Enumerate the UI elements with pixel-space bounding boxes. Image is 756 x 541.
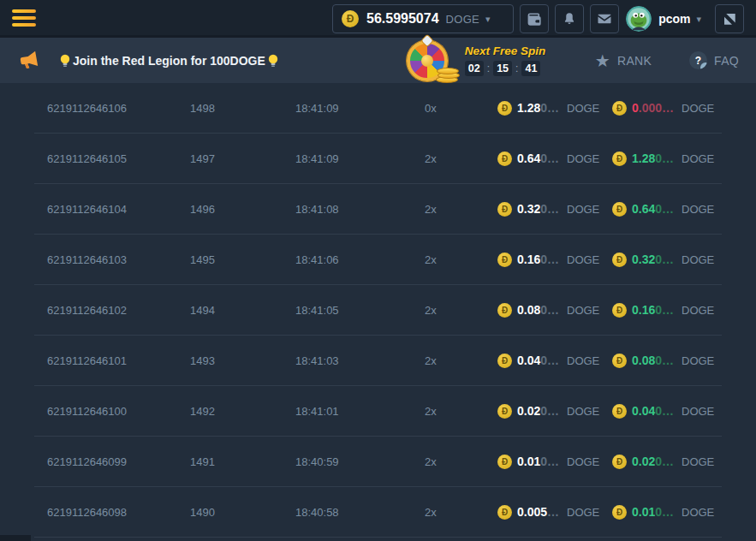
bet-number: 1497 [190,152,295,165]
bulb-icon [268,54,278,68]
chevron-down-icon[interactable]: ▾ [696,14,701,25]
profit-cell: Đ 0.640… DOGE [612,202,722,217]
bet-multiplier: 2x [425,253,497,266]
bet-id: 6219112646100 [47,405,190,418]
currency-label: DOGE [567,102,599,115]
star-icon: ★ [595,51,610,71]
wallet-button[interactable] [520,4,549,33]
profit-amount: 0.640… [632,202,678,216]
next-free-spin[interactable]: Next Free Spin 02 : 15 : 41 [465,45,557,76]
doge-coin-icon: Đ [497,101,512,116]
doge-coin-icon: Đ [497,152,512,166]
profit-amount: 0.160… [632,303,678,317]
spin-title: Next Free Spin [465,45,557,57]
currency-label: DOGE [567,253,599,266]
question-icon: ? [689,51,707,69]
faq-label: FAQ [714,54,739,68]
bet-row[interactable]: 6219112646101 1493 18:41:03 2x Đ 0.040… … [34,336,722,386]
bet-row[interactable]: 6219112646106 1498 18:41:09 0x Đ 1.280… … [34,83,722,134]
chat-panel-button[interactable] [715,4,744,33]
currency-label: DOGE [682,102,714,115]
countdown-separator: : [515,62,518,74]
bet-row[interactable]: 6219112646102 1494 18:41:05 2x Đ 0.080… … [34,285,722,336]
bet-id: 6219112646098 [47,506,190,519]
currency-label: DOGE [567,405,599,418]
bet-number: 1490 [190,506,295,519]
bet-amount: 0.005… [517,505,563,519]
bet-amount-cell: Đ 0.320… DOGE [497,202,612,217]
bet-row[interactable]: 6219112646104 1496 18:41:08 2x Đ 0.320… … [34,184,722,235]
currency-label: DOGE [567,304,599,317]
bet-row[interactable]: 6219112646105 1497 18:41:09 2x Đ 0.640… … [34,134,722,184]
announcement-text: Join the Red Legion for 100DOGE [73,54,265,68]
currency-label: DOGE [567,203,599,216]
bet-time: 18:41:03 [295,354,425,367]
topbar: Đ 56.5995074 DOGE ▾ pcom [0,0,756,38]
notifications-button[interactable] [555,4,584,33]
doge-coin-icon: Đ [497,202,512,217]
bulb-icon [60,54,70,68]
bet-amount: 1.280… [517,101,563,115]
bet-row[interactable]: 6219112646100 1492 18:41:01 2x Đ 0.020… … [34,386,722,437]
profit-cell: Đ 0.000… DOGE [612,101,722,116]
bet-number: 1493 [190,354,295,367]
bet-amount: 0.080… [517,303,563,317]
profit-amount: 0.320… [632,253,678,266]
menu-icon[interactable] [12,6,36,30]
doge-coin-icon: Đ [497,253,512,267]
countdown-hours: 02 [465,61,484,76]
bet-time: 18:41:09 [295,102,425,115]
doge-coin-icon: Đ [612,505,627,520]
bet-amount: 0.160… [517,253,563,266]
bet-time: 18:41:09 [295,152,425,165]
currency-label: DOGE [682,253,714,266]
bell-icon [562,11,577,27]
balance-amount: 56.5995074 [366,11,439,27]
doge-coin-icon: Đ [612,101,627,116]
currency-label: DOGE [567,455,599,468]
profit-cell: Đ 0.020… DOGE [612,455,722,469]
bet-time: 18:40:58 [295,506,425,519]
countdown-seconds: 41 [521,61,540,76]
countdown-minutes: 15 [493,61,512,76]
bet-row[interactable]: 6219112646099 1491 18:40:59 2x Đ 0.010… … [34,437,722,487]
bet-multiplier: 2x [425,405,497,418]
topbar-center: Đ 56.5995074 DOGE ▾ [332,4,619,33]
free-spin-wheel[interactable] [407,38,458,83]
profit-cell: Đ 0.040… DOGE [612,404,722,419]
bet-number: 1494 [190,304,295,317]
bet-amount-cell: Đ 0.640… DOGE [497,152,612,166]
profit-amount: 0.040… [632,404,678,418]
rank-link[interactable]: ★ RANK [595,51,652,71]
username[interactable]: pcom [658,12,690,26]
bet-number: 1496 [190,203,295,216]
currency-label: DOGE [567,506,599,519]
bet-id: 6219112646105 [47,152,190,165]
bottom-edge-strip [0,535,31,541]
balance-selector[interactable]: Đ 56.5995074 DOGE ▾ [332,4,514,33]
bet-row[interactable]: 6219112646103 1495 18:41:06 2x Đ 0.160… … [34,235,722,285]
bet-amount-cell: Đ 0.080… DOGE [497,303,612,318]
currency-label: DOGE [567,354,599,367]
announce-right-cluster: Next Free Spin 02 : 15 : 41 ★ RANK ? FAQ [407,38,739,83]
profit-amount: 0.020… [632,455,678,468]
currency-label: DOGE [682,203,714,216]
avatar[interactable] [626,6,652,32]
currency-label: DOGE [682,455,714,468]
bet-number: 1491 [190,455,295,468]
messages-button[interactable] [590,4,619,33]
bet-amount-cell: Đ 0.005… DOGE [497,505,612,520]
doge-coin-icon: Đ [612,253,627,267]
doge-coin-icon: Đ [497,505,512,520]
doge-coin-icon: Đ [342,10,359,27]
wallet-icon [527,11,543,27]
bet-row[interactable]: 6219112646098 1490 18:40:58 2x Đ 0.005… … [34,487,722,538]
profit-cell: Đ 0.160… DOGE [612,303,722,318]
announcement-bar: Join the Red Legion for 100DOGE Next Fre… [0,38,756,83]
announcement-message[interactable]: Join the Red Legion for 100DOGE [57,53,281,68]
faq-link[interactable]: ? FAQ [689,51,739,69]
bet-multiplier: 0x [425,102,497,115]
bet-multiplier: 2x [425,455,497,468]
countdown-separator: : [487,62,490,74]
bet-time: 18:40:59 [295,455,425,468]
